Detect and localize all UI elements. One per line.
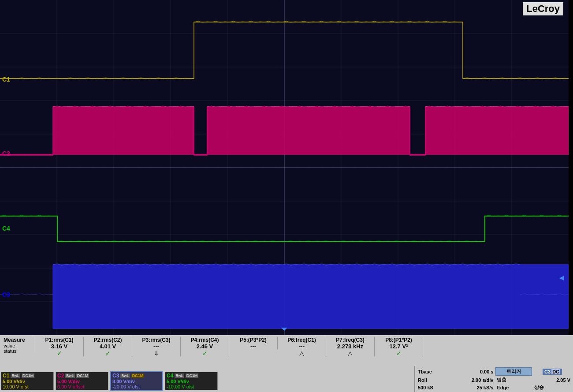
measurement-p7: P7:freq(C3) 2.273 kHz △ [326,337,375,357]
trigger-source: C3 [544,369,551,374]
c2-coupling: DC1M [76,373,89,378]
channel-c3-box: C3 BwL DC1M 8.00 V/div -20.00 V ofst [110,371,163,391]
c4-bwl: BwL [175,373,184,378]
timebase-settings-box: Tbase 0.00 s 트리거 C3 DC Rol [414,366,573,392]
channel-c1-box: C1 BwL DC1M 5.00 V/div 10.00 V ofst [1,372,54,390]
c3-volts: 8.00 V/div [112,379,161,384]
p4-header: P4:rms(C4) [190,337,219,343]
bottom-measurement-bar: Measure value status P1:rms(C1) 3.16 V ✓… [0,335,573,392]
rise-label: 상승 [532,384,572,391]
stop-label: 멈춤 [495,376,532,384]
measurement-p8: P8:(P1*P2) 12.7 V² ✓ [375,337,423,357]
c1-volts: 5.00 V/div [3,379,52,384]
measurement-p2: P2:rms(C2) 4.01 V ✓ [84,337,132,357]
p8-header: P8:(P1*P2) [385,337,412,343]
c1-offset: 10.00 V ofst [3,384,52,389]
brand-logo: LeCroy [523,2,563,15]
channel-c1-label: C1 [2,76,10,83]
oscilloscope-display: LeCroy C1 C2 C4 C3 ◄ Measure value statu… [0,0,573,392]
p2-status: ✓ [105,350,111,357]
c2-offset: 0.00 V offset [57,384,107,389]
trigger-arrow: ◄ [558,273,566,283]
channel-c4-box: C4 BwL DC1M 5.00 V/div -10.00 V ofst [165,372,218,390]
measure-value-label: value [4,343,15,348]
roll-label: Roll [416,376,451,384]
edge-value: 2.05 V [532,376,572,384]
channel-c4-label: C4 [2,225,10,232]
c1-name: C1 [3,373,9,379]
measure-status-label: status [4,348,16,354]
tbase-value: 0.00 s [451,367,495,376]
measurements-row: Measure value status P1:rms(C1) 3.16 V ✓… [0,335,573,370]
c3-name: C3 [112,373,119,379]
waveform-svg [0,0,569,335]
p4-status: ✓ [202,350,208,357]
p3-value: --- [153,343,159,350]
c3-bwl: BwL [120,373,130,378]
svg-marker-24 [53,265,569,329]
p7-status: △ [348,350,353,357]
c4-name: C4 [167,373,173,379]
p2-value: 4.01 V [100,343,116,350]
c4-offset: -10.00 V ofst [167,384,216,389]
trigger-label: 트리거 [495,367,532,376]
channel-c2-box: C2 BwL DC1M 5.00 V/div 0.00 V offset [56,372,108,390]
p6-value: --- [299,343,305,350]
waveform-display: LeCroy C1 C2 C4 C3 ◄ [0,0,569,335]
p5-value: --- [250,343,256,350]
measure-title-col: Measure value status [0,337,35,354]
roll-value: 2.00 s/div [451,376,495,384]
p5-header: P5:(P3*P2) [240,337,267,343]
measurement-p3: P3:rms(C3) --- ⇓ [132,337,181,357]
p2-header: P2:rms(C2) [93,337,122,343]
p4-value: 2.46 V [197,343,213,350]
samples-label: 500 kS [416,384,451,391]
channel-c2-label: C2 [2,150,10,157]
svg-marker-23 [0,107,569,155]
p1-header: P1:rms(C1) [45,337,73,343]
trigger-box: C3 DC [543,369,562,375]
p6-status: △ [299,350,304,357]
p1-status: ✓ [57,350,62,357]
c3-coupling: DC1M [131,373,145,378]
c1-bwl: BwL [11,373,20,378]
trigger-dc-badge: DC [551,369,560,374]
p3-status: ⇓ [154,350,159,357]
measurement-p6: P6:freq(C1) --- △ [278,337,326,357]
p7-header: P7:freq(C3) [336,337,365,343]
samples-value: 25 kS/s [451,384,495,391]
measurement-p5: P5:(P3*P2) --- [229,337,278,350]
p8-value: 12.7 V² [390,343,408,350]
c2-name: C2 [57,373,64,379]
p1-value: 3.16 V [51,343,68,350]
c2-volts: 5.00 V/div [57,379,107,384]
edge-label: Edge [495,384,532,391]
p6-header: P6:freq(C1) [287,337,316,343]
channel-boxes-row: C1 BwL DC1M 5.00 V/div 10.00 V ofst C2 B… [0,370,573,392]
c2-bwl: BwL [65,373,75,378]
c1-coupling: DC1M [22,373,35,378]
c4-volts: 5.00 V/div [167,379,216,384]
p7-value: 2.273 kHz [337,343,363,350]
p8-status: ✓ [396,350,402,357]
tbase-label: Tbase [416,367,451,376]
p3-header: P3:rms(C3) [142,337,170,343]
measure-title: Measure [4,337,25,343]
measurement-p4: P4:rms(C4) 2.46 V ✓ [181,337,229,357]
c3-offset: -20.00 V ofst [112,384,161,389]
c4-coupling: DC1M [186,373,199,378]
channel-c3-label: C3 [2,291,10,298]
measurement-p1: P1:rms(C1) 3.16 V ✓ [35,337,84,357]
